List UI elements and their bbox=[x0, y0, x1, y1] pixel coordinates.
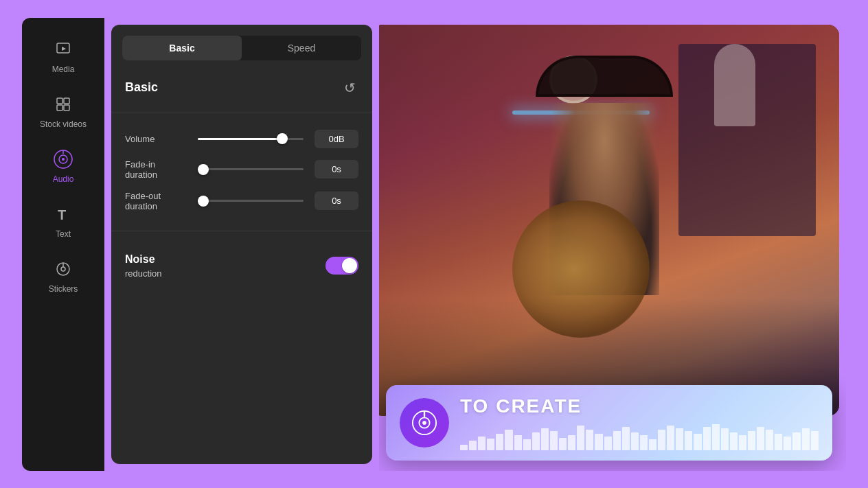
svg-point-8 bbox=[62, 158, 65, 161]
wave-bar bbox=[541, 428, 549, 450]
sidebar-item-stickers[interactable]: Stickers bbox=[22, 251, 104, 301]
fade-out-value[interactable]: 0s bbox=[315, 191, 358, 210]
volume-value[interactable]: 0dB bbox=[315, 130, 358, 148]
fade-in-value[interactable]: 0s bbox=[315, 160, 358, 178]
svg-rect-3 bbox=[64, 98, 69, 104]
noise-label-group: Noise reduction bbox=[125, 253, 161, 279]
stock-videos-icon bbox=[52, 93, 74, 115]
svg-rect-4 bbox=[57, 105, 62, 111]
audio-logo-icon bbox=[411, 410, 437, 436]
video-preview bbox=[379, 25, 839, 416]
noise-subtitle: reduction bbox=[125, 268, 161, 279]
wave-bar bbox=[613, 431, 621, 450]
audio-icon bbox=[52, 148, 74, 170]
fade-out-label: Fade-out duration bbox=[125, 191, 187, 211]
video-background bbox=[379, 25, 839, 416]
tab-basic[interactable]: Basic bbox=[122, 36, 242, 60]
wave-bar bbox=[514, 435, 522, 450]
audio-banner-title: TO CREATE bbox=[460, 395, 819, 417]
wave-bar bbox=[532, 432, 540, 450]
audio-banner-content: TO CREATE bbox=[460, 395, 819, 450]
sidebar: Media Stock videos bbox=[22, 18, 104, 471]
fade-out-control-row: Fade-out duration 0s bbox=[111, 185, 372, 217]
wave-bar bbox=[487, 439, 494, 450]
stickers-icon bbox=[52, 258, 74, 280]
wave-bar bbox=[577, 426, 584, 450]
wave-bar bbox=[523, 439, 531, 450]
volume-slider[interactable] bbox=[198, 138, 304, 140]
wave-bar bbox=[739, 435, 746, 450]
noise-section: Noise reduction bbox=[111, 242, 372, 290]
microphone bbox=[714, 44, 755, 126]
wave-bar bbox=[784, 437, 791, 450]
sidebar-item-audio-label: Audio bbox=[53, 174, 74, 184]
divider bbox=[111, 113, 372, 113]
wave-bar bbox=[811, 431, 819, 450]
wave-bar bbox=[757, 427, 764, 450]
wave-bar bbox=[640, 435, 648, 450]
text-icon: T bbox=[52, 203, 74, 225]
sidebar-item-stock-videos-label: Stock videos bbox=[40, 119, 87, 129]
tab-speed[interactable]: Speed bbox=[242, 36, 361, 60]
section-header: Basic ↺ bbox=[111, 71, 372, 110]
wave-bar bbox=[622, 427, 630, 450]
wave-bar bbox=[460, 445, 468, 450]
noise-title: Noise bbox=[125, 253, 161, 266]
fade-in-slider[interactable] bbox=[198, 168, 304, 170]
wave-bar bbox=[469, 441, 477, 450]
wave-bar bbox=[505, 430, 512, 450]
wave-bar bbox=[550, 431, 558, 450]
audio-icon-circle bbox=[400, 398, 449, 448]
wave-bar bbox=[568, 435, 575, 450]
wave-bar bbox=[586, 430, 593, 450]
wave-bar bbox=[631, 432, 639, 450]
audio-panel: Basic Speed Basic ↺ Volume 0dB Fade-in d… bbox=[111, 25, 372, 464]
fade-in-control-row: Fade-in duration 0s bbox=[111, 154, 372, 185]
wave-bar bbox=[676, 428, 683, 450]
wave-bar bbox=[685, 431, 692, 450]
sidebar-item-text-label: Text bbox=[56, 229, 71, 239]
section-title: Basic bbox=[125, 80, 158, 95]
divider-2 bbox=[111, 231, 372, 231]
svg-rect-2 bbox=[57, 98, 62, 104]
sidebar-item-stock-videos[interactable]: Stock videos bbox=[22, 86, 104, 136]
sidebar-item-audio[interactable]: Audio bbox=[22, 141, 104, 191]
volume-label: Volume bbox=[125, 134, 187, 144]
fade-in-label: Fade-in duration bbox=[125, 159, 187, 180]
sidebar-item-text[interactable]: T Text bbox=[22, 196, 104, 246]
wave-bar bbox=[604, 437, 612, 450]
waveform bbox=[460, 423, 819, 450]
fade-out-slider[interactable] bbox=[198, 200, 304, 202]
wave-bar bbox=[792, 432, 800, 450]
wave-bar bbox=[748, 431, 755, 450]
media-icon bbox=[52, 38, 74, 60]
main-content: TO CREATE bbox=[379, 18, 846, 471]
wave-bar bbox=[595, 434, 602, 450]
svg-marker-1 bbox=[62, 47, 66, 51]
panel-tabs: Basic Speed bbox=[122, 36, 361, 60]
sidebar-item-stickers-label: Stickers bbox=[49, 284, 78, 294]
reset-button[interactable]: ↺ bbox=[341, 77, 358, 99]
sidebar-item-media-label: Media bbox=[52, 65, 75, 74]
volume-control-row: Volume 0dB bbox=[111, 124, 372, 154]
wave-bar bbox=[766, 430, 773, 450]
wave-bar bbox=[703, 427, 711, 450]
wave-bar bbox=[658, 430, 665, 450]
svg-text:T: T bbox=[58, 207, 66, 222]
wave-bar bbox=[802, 428, 810, 450]
audio-banner: TO CREATE bbox=[386, 385, 832, 461]
wave-bar bbox=[721, 428, 729, 450]
wave-bar bbox=[559, 438, 567, 450]
wave-bar bbox=[649, 439, 656, 450]
wave-bar bbox=[730, 432, 738, 450]
noise-row: Noise reduction bbox=[125, 253, 358, 279]
wave-bar bbox=[496, 434, 503, 450]
sidebar-item-media[interactable]: Media bbox=[22, 32, 104, 81]
svg-point-12 bbox=[61, 267, 65, 271]
toggle-thumb bbox=[342, 258, 357, 273]
noise-reduction-toggle[interactable] bbox=[326, 257, 358, 275]
hat bbox=[536, 56, 673, 97]
wave-bar bbox=[775, 434, 782, 450]
svg-rect-5 bbox=[64, 105, 69, 111]
wave-bar bbox=[712, 424, 720, 450]
